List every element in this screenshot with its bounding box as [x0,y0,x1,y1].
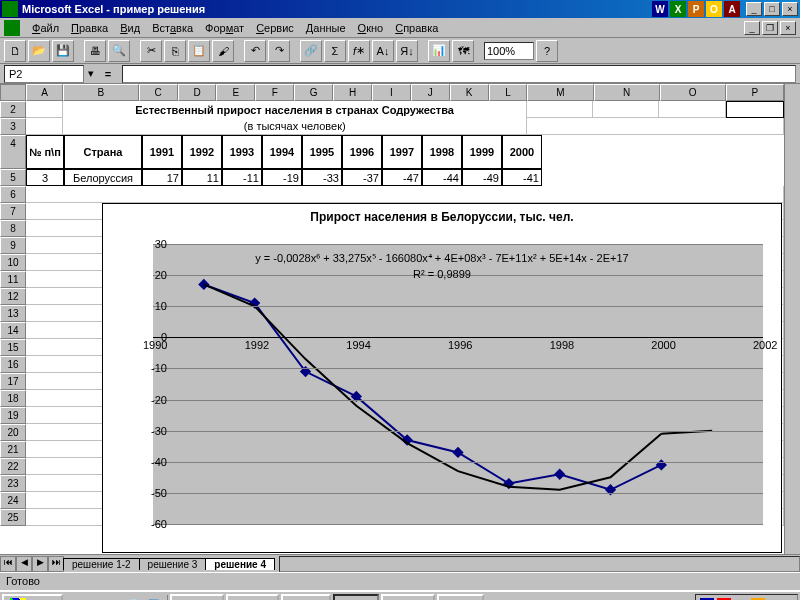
tab-first-button[interactable]: ⏮ [0,556,16,572]
col-header-L[interactable]: L [489,84,528,101]
row-header-4[interactable]: 4 [0,135,26,169]
row-header-24[interactable]: 24 [0,492,26,509]
sheet-tab[interactable]: решение 3 [139,558,207,570]
taskbar-task[interactable]: 📄 пр... [333,594,379,600]
col-header-K[interactable]: K [450,84,489,101]
row-header-20[interactable]: 20 [0,424,26,441]
col-header-B[interactable]: B [63,84,139,101]
row-header-16[interactable]: 16 [0,356,26,373]
doc-icon[interactable] [4,20,20,36]
sort-asc-button[interactable]: A↓ [372,40,394,62]
function-button[interactable]: f∗ [348,40,370,62]
row-header-14[interactable]: 14 [0,322,26,339]
row-header-13[interactable]: 13 [0,305,26,322]
vertical-scrollbar[interactable] [784,84,800,554]
active-cell[interactable] [726,101,784,118]
horizontal-scrollbar[interactable] [279,556,800,572]
row-header-23[interactable]: 23 [0,475,26,492]
taskbar-task[interactable]: 📄 Обз... [226,594,279,600]
dropdown-icon[interactable]: ▾ [88,67,94,80]
tab-next-button[interactable]: ▶ [32,556,48,572]
chart-button[interactable]: 📊 [428,40,450,62]
row-header-19[interactable]: 19 [0,407,26,424]
col-header-C[interactable]: C [139,84,178,101]
col-header-D[interactable]: D [178,84,217,101]
cut-button[interactable]: ✂ [140,40,162,62]
row-header-7[interactable]: 7 [0,203,26,220]
ql-app-icon[interactable]: 📄 [126,595,144,600]
row-header-22[interactable]: 22 [0,458,26,475]
access-icon[interactable]: A [724,1,740,17]
powerpoint-icon[interactable]: P [688,1,704,17]
select-all-corner[interactable] [0,84,26,101]
menu-window[interactable]: Окно [352,20,390,36]
menu-edit[interactable]: Правка [65,20,114,36]
excel-shortcut-icon[interactable]: X [670,1,686,17]
col-header-J[interactable]: J [411,84,450,101]
row-header-25[interactable]: 25 [0,509,26,526]
sheet-tab[interactable]: решение 4 [205,558,275,570]
taskbar-task[interactable]: 📄 До... [437,594,485,600]
col-header-P[interactable]: P [726,84,784,101]
row-header-9[interactable]: 9 [0,237,26,254]
menu-view[interactable]: Вид [114,20,146,36]
minimize-button[interactable]: _ [746,2,762,16]
row-header-8[interactable]: 8 [0,220,26,237]
maximize-button[interactable]: □ [764,2,780,16]
taskbar-task[interactable]: 📄 стат... [381,594,434,600]
sheet-tab[interactable]: решение 1-2 [63,558,140,570]
doc-close-button[interactable]: × [780,21,796,35]
col-header-E[interactable]: E [216,84,255,101]
sort-desc-button[interactable]: Я↓ [396,40,418,62]
col-header-I[interactable]: I [372,84,411,101]
ql-oe-icon[interactable]: ✉ [88,595,106,600]
redo-button[interactable]: ↷ [268,40,290,62]
preview-button[interactable]: 🔍 [108,40,130,62]
tab-last-button[interactable]: ⏭ [48,556,64,572]
col-header-N[interactable]: N [594,84,660,101]
format-painter-button[interactable]: 🖌 [212,40,234,62]
print-button[interactable]: 🖶 [84,40,106,62]
ql-desktop-icon[interactable]: 🖥 [107,595,125,600]
paste-button[interactable]: 📋 [188,40,210,62]
autosum-button[interactable]: Σ [324,40,346,62]
menu-insert[interactable]: Вставка [146,20,199,36]
col-header-H[interactable]: H [333,84,372,101]
menu-tools[interactable]: Сервис [250,20,300,36]
help-button[interactable]: ? [536,40,558,62]
formula-input[interactable] [122,65,796,83]
col-header-A[interactable]: A [26,84,63,101]
ql-ie-icon[interactable]: e [69,595,87,600]
copy-button[interactable]: ⎘ [164,40,186,62]
tab-prev-button[interactable]: ◀ [16,556,32,572]
taskbar-task[interactable]: 📄 Micr... [170,594,223,600]
row-header-21[interactable]: 21 [0,441,26,458]
row-header-10[interactable]: 10 [0,254,26,271]
word-icon[interactable]: W [652,1,668,17]
embedded-chart[interactable]: Прирост населения в Белоруссии, тыс. чел… [102,203,782,553]
outlook-icon[interactable]: O [706,1,722,17]
row-header-15[interactable]: 15 [0,339,26,356]
hyperlink-button[interactable]: 🔗 [300,40,322,62]
row-header-5[interactable]: 5 [0,169,26,186]
open-button[interactable]: 📂 [28,40,50,62]
row-header-3[interactable]: 3 [0,118,26,135]
row-header-6[interactable]: 6 [0,186,26,203]
menu-format[interactable]: Формат [199,20,250,36]
row-header-12[interactable]: 12 [0,288,26,305]
row-header-17[interactable]: 17 [0,373,26,390]
new-button[interactable]: 🗋 [4,40,26,62]
doc-minimize-button[interactable]: _ [744,21,760,35]
zoom-combo[interactable] [484,42,534,60]
col-header-M[interactable]: M [527,84,593,101]
sheet-cells[interactable]: Естественный прирост населения в странах… [26,101,784,526]
menu-data[interactable]: Данные [300,20,352,36]
start-button[interactable]: Пуск [2,594,63,600]
row-header-11[interactable]: 11 [0,271,26,288]
doc-restore-button[interactable]: ❐ [762,21,778,35]
menu-help[interactable]: Справка [389,20,444,36]
close-button[interactable]: × [782,2,798,16]
row-header-2[interactable]: 2 [0,101,26,118]
undo-button[interactable]: ↶ [244,40,266,62]
name-box[interactable]: P2 [4,65,84,83]
